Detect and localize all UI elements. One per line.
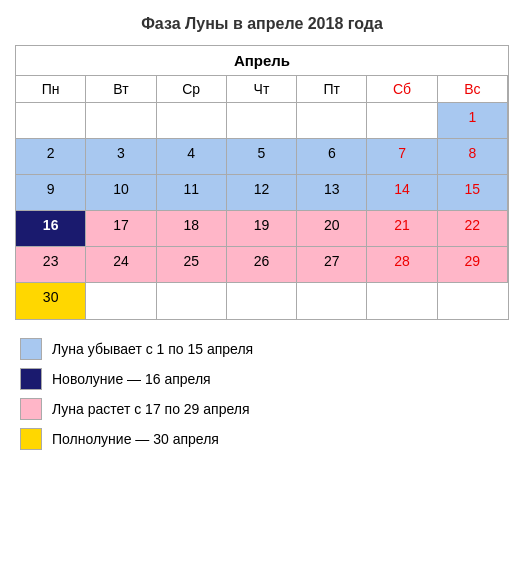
day-cell <box>157 103 227 139</box>
legend-text: Луна убывает с 1 по 15 апреля <box>52 341 253 357</box>
day-cell: 5 <box>227 139 297 175</box>
calendar-grid: ПнВтСрЧтПтСбВс12345678910111213141516171… <box>16 76 508 319</box>
legend-color <box>20 368 42 390</box>
day-cell: 10 <box>86 175 156 211</box>
legend-item: Полнолуние — 30 апреля <box>20 428 509 450</box>
day-cell: 4 <box>157 139 227 175</box>
legend-item: Луна убывает с 1 по 15 апреля <box>20 338 509 360</box>
legend-item: Луна растет с 17 по 29 апреля <box>20 398 509 420</box>
day-header: Чт <box>227 76 297 103</box>
day-cell: 7 <box>367 139 437 175</box>
day-header: Вс <box>438 76 508 103</box>
day-header: Пн <box>16 76 86 103</box>
day-cell: 18 <box>157 211 227 247</box>
day-cell: 29 <box>438 247 508 283</box>
day-header: Ср <box>157 76 227 103</box>
legend-text: Полнолуние — 30 апреля <box>52 431 219 447</box>
day-cell: 24 <box>86 247 156 283</box>
day-cell: 1 <box>438 103 508 139</box>
day-cell: 30 <box>16 283 86 319</box>
legend-color <box>20 428 42 450</box>
day-cell: 23 <box>16 247 86 283</box>
day-cell: 16 <box>16 211 86 247</box>
day-cell: 26 <box>227 247 297 283</box>
day-header: Пт <box>297 76 367 103</box>
day-cell: 14 <box>367 175 437 211</box>
day-cell: 9 <box>16 175 86 211</box>
day-cell: 15 <box>438 175 508 211</box>
day-cell <box>367 283 437 319</box>
day-cell <box>86 283 156 319</box>
day-cell <box>438 283 508 319</box>
day-cell: 22 <box>438 211 508 247</box>
day-cell: 13 <box>297 175 367 211</box>
legend-item: Новолуние — 16 апреля <box>20 368 509 390</box>
day-cell <box>227 103 297 139</box>
day-cell <box>86 103 156 139</box>
day-cell <box>227 283 297 319</box>
day-cell: 25 <box>157 247 227 283</box>
day-cell: 28 <box>367 247 437 283</box>
day-cell: 12 <box>227 175 297 211</box>
day-cell: 2 <box>16 139 86 175</box>
legend-color <box>20 338 42 360</box>
day-cell: 6 <box>297 139 367 175</box>
day-cell <box>367 103 437 139</box>
page-title: Фаза Луны в апреле 2018 года <box>15 15 509 33</box>
day-cell: 20 <box>297 211 367 247</box>
calendar: Апрель ПнВтСрЧтПтСбВс1234567891011121314… <box>15 45 509 320</box>
day-cell: 11 <box>157 175 227 211</box>
day-cell <box>16 103 86 139</box>
legend-color <box>20 398 42 420</box>
month-header: Апрель <box>16 46 508 76</box>
day-cell <box>157 283 227 319</box>
day-cell: 21 <box>367 211 437 247</box>
day-cell <box>297 283 367 319</box>
day-cell: 3 <box>86 139 156 175</box>
day-cell <box>297 103 367 139</box>
day-cell: 19 <box>227 211 297 247</box>
day-cell: 8 <box>438 139 508 175</box>
legend-text: Новолуние — 16 апреля <box>52 371 211 387</box>
day-header: Вт <box>86 76 156 103</box>
day-header: Сб <box>367 76 437 103</box>
legend: Луна убывает с 1 по 15 апреляНоволуние —… <box>15 338 509 450</box>
day-cell: 27 <box>297 247 367 283</box>
day-cell: 17 <box>86 211 156 247</box>
legend-text: Луна растет с 17 по 29 апреля <box>52 401 250 417</box>
